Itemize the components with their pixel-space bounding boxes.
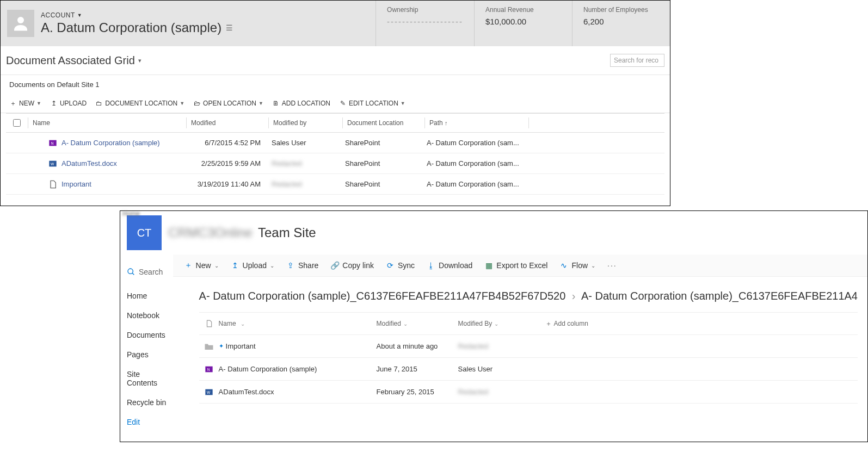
crm-subheader: Document Associated Grid ▾ Search for re… [1,46,670,75]
crm-title-block: ACCOUNT ▼ A. Datum Corporation (sample) … [41,11,233,35]
cmd-flow[interactable]: ∿Flow⌄ [554,259,601,272]
chevron-down-icon: ▼ [180,101,184,106]
file-icon [48,180,57,189]
edit-location-button[interactable]: ✎ EDIT LOCATION ▼ [336,97,409,109]
column-header-path[interactable]: Path ↑ [425,119,528,127]
cmd-new[interactable]: ＋New⌄ [178,259,224,272]
column-header-modified[interactable]: Modified⌄ [377,320,458,327]
file-name-text: A- Datum Corporation (sample) [219,365,317,373]
breadcrumb-part2[interactable]: A- Datum Corporation (sample)_C6137E6FEA… [581,290,858,302]
cmd-sync-label: Sync [398,261,415,270]
file-name-link[interactable]: ADatumTest.docx [61,159,117,168]
column-header-modified-label: Modified [377,320,401,327]
record-title: A. Datum Corporation (sample) ☰ [41,20,233,35]
grid-row[interactable]: N A- Datum Corporation (sample) 6/7/2015… [6,133,664,153]
cmd-excel[interactable]: ▦Export to Excel [479,259,553,272]
add-column-button[interactable]: ＋Add column [545,319,588,328]
nav-item-home[interactable]: Home [125,286,169,306]
crm-header-left: ACCOUNT ▼ A. Datum Corporation (sample) … [1,1,375,46]
file-name-link[interactable]: A- Datum Corporation (sample) [61,139,160,147]
stat-employees-value[interactable]: 6,200 [583,17,659,26]
edit-icon: ✎ [339,100,347,107]
site-title[interactable]: CRMC3Online Team Site [168,225,316,240]
chevron-down-icon: ⌄ [403,321,408,327]
nav-item-documents[interactable]: Documents [125,325,169,345]
svg-text:N: N [207,367,210,371]
sync-icon: ⟳ [386,261,395,270]
cell-path: A- Datum Corporation (sam... [422,159,526,168]
plus-icon: ＋ [9,100,17,107]
nav-item-pages[interactable]: Pages [125,345,169,364]
folder-icon [204,342,214,351]
column-header-name[interactable]: Name⌄ [219,320,377,327]
sp-main: ＋New⌄ ↥Upload⌄ ⇪Share 🔗Copy link ⟳Sync ⭳… [173,255,867,442]
sp-search[interactable]: Search [125,264,169,286]
cmd-download[interactable]: ⭳Download [421,259,478,272]
chevron-down-icon: ▼ [401,101,405,106]
cmd-more[interactable]: ··· [602,259,623,272]
document-location-button[interactable]: 🗀 DOCUMENT LOCATION ▼ [92,97,188,109]
grid-row[interactable]: W ADatumTest.docx 2/25/2015 9:59 AM Reda… [6,153,664,174]
cell-name[interactable]: ✦ Important [219,342,377,350]
cell-type-icon: N [199,365,219,374]
cell-modified: 6/7/2015 4:52 PM [186,139,267,147]
chevron-down-icon: ⌄ [214,263,219,269]
cell-modified: 2/25/2015 9:59 AM [186,159,267,168]
cell-name[interactable]: W ADatumTest.docx [28,159,186,168]
record-menu-icon[interactable]: ☰ [226,23,233,32]
open-location-button[interactable]: 🗁 OPEN LOCATION ▼ [190,97,267,109]
sp-grid-row[interactable]: N A- Datum Corporation (sample) June 7, … [199,358,858,381]
nav-item-recycle-bin[interactable]: Recycle bin [125,393,169,412]
cmd-share[interactable]: ⇪Share [281,259,324,272]
file-icon [205,320,213,327]
view-title-text: Document Associated Grid [6,54,135,67]
entity-type-dropdown[interactable]: ACCOUNT ▼ [41,11,233,19]
cell-name[interactable]: Important [28,180,186,189]
column-header-type[interactable] [199,320,219,327]
add-location-button[interactable]: 🗎 ADD LOCATION [269,97,334,109]
cell-modified-by: Redacted [267,180,341,188]
breadcrumb-separator-icon: › [572,290,576,302]
column-header-modified[interactable]: Modified [187,119,268,127]
sp-grid-row[interactable]: ✦ Important About a minute ago Redacted [199,335,858,358]
upload-button[interactable]: ↥ UPLOAD [47,97,90,109]
sp-grid-row[interactable]: W ADatumTest.docx February 25, 2015 Reda… [199,381,858,404]
cmd-flow-label: Flow [571,261,588,270]
select-all-checkbox[interactable] [6,119,28,127]
nav-edit-link[interactable]: Edit [125,412,169,432]
view-selector[interactable]: Document Associated Grid ▾ [6,54,141,67]
cell-name[interactable]: N A- Datum Corporation (sample) [28,139,186,147]
grid-header: Name Modified Modified by Document Locat… [6,113,664,133]
entity-type-label: ACCOUNT [41,11,75,19]
sp-body: Search HomeNotebookDocumentsPagesSite Co… [120,255,867,442]
breadcrumb-part1[interactable]: A- Datum Corporation (sample)_C6137E6FEA… [199,290,566,302]
cell-location: SharePoint [341,159,422,168]
sp-nav: Search HomeNotebookDocumentsPagesSite Co… [120,255,173,442]
cmd-copylink-label: Copy link [342,261,374,270]
nav-item-notebook[interactable]: Notebook [125,306,169,325]
flow-icon: ∿ [559,261,568,270]
cell-modified: About a minute ago [377,342,458,350]
column-header-location[interactable]: Document Location [343,119,424,127]
cell-name[interactable]: ADatumTest.docx [219,388,377,396]
stat-ownership-value[interactable]: -------------------- [387,17,463,26]
chevron-down-icon: ▾ [138,57,141,64]
cell-path: A- Datum Corporation (sam... [422,180,526,188]
file-name-link[interactable]: Important [61,180,91,188]
stat-revenue-value[interactable]: $10,000.00 [485,17,561,26]
column-header-modified-by[interactable]: Modified by [269,119,342,127]
search-input[interactable]: Search for reco [610,54,664,67]
column-header-name[interactable]: Name [28,119,186,127]
cmd-copylink[interactable]: 🔗Copy link [325,259,379,272]
site-logo[interactable]: CT [127,215,162,250]
cmd-upload[interactable]: ↥Upload⌄ [225,259,280,272]
sp-document-grid: Name⌄ Modified⌄ Modified By⌄ ＋Add column… [173,312,867,417]
new-button[interactable]: ＋ NEW ▼ [6,97,45,109]
grid-row[interactable]: Important 3/19/2019 11:40 AM Redacted Sh… [6,174,664,195]
nav-item-site-contents[interactable]: Site Contents [125,364,169,393]
cell-name[interactable]: A- Datum Corporation (sample) [219,365,377,373]
cmd-sync[interactable]: ⟳Sync [380,259,420,272]
column-header-modified-by[interactable]: Modified By⌄ [458,320,545,327]
chevron-down-icon: ⌄ [241,321,245,327]
sp-grid-header: Name⌄ Modified⌄ Modified By⌄ ＋Add column [199,312,858,335]
